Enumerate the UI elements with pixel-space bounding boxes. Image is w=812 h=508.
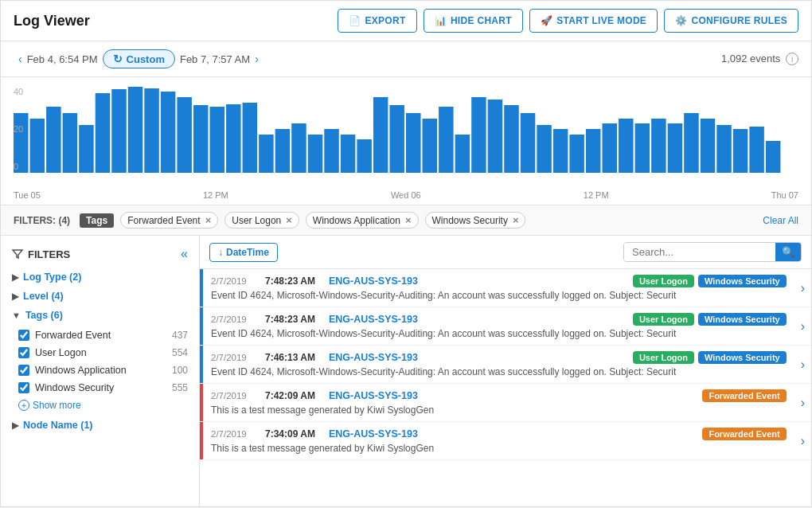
filter-chip-windows-app[interactable]: Windows Application ×	[306, 212, 419, 229]
user-logon-checkbox[interactable]	[18, 347, 29, 358]
svg-rect-33	[553, 129, 568, 173]
chevron-right-icon[interactable]: ›	[794, 384, 811, 421]
filter-chip-windows-security[interactable]: Windows Security ×	[425, 212, 526, 229]
svg-rect-26	[439, 107, 453, 173]
date-next-button[interactable]: ›	[250, 51, 264, 67]
svg-rect-32	[537, 125, 551, 173]
svg-rect-22	[373, 97, 388, 173]
svg-rect-19	[324, 129, 338, 173]
clear-all-button[interactable]: Clear All	[763, 215, 798, 226]
remove-windows-security-icon[interactable]: ×	[513, 214, 519, 226]
entry-message: This is a test message generated by Kiwi…	[211, 404, 736, 416]
user-logon-count: 554	[172, 347, 188, 358]
forwarded-event-count: 437	[172, 330, 188, 341]
tag-forwarded-event: Forwarded Event	[702, 389, 786, 402]
hide-chart-button[interactable]: 📊 HIDE CHART	[424, 9, 523, 33]
forwarded-event-checkbox[interactable]	[18, 330, 29, 341]
live-mode-button[interactable]: 🚀 START LIVE MODE	[529, 9, 658, 33]
filters-bar: FILTERS: (4) Tags Forwarded Event × User…	[1, 205, 811, 236]
export-button[interactable]: 📄 EXPORT	[338, 9, 416, 33]
svg-rect-2	[46, 107, 61, 173]
table-row[interactable]: 2/7/2019 7:34:09 AM ENG-AUS-SYS-193 Forw…	[200, 422, 811, 460]
configure-rules-button[interactable]: ⚙️ CONFIGURE RULES	[664, 9, 798, 33]
chart-icon: 📊	[435, 15, 447, 26]
tags-list: Forwarded Event 437 User Logon 554 Windo…	[1, 325, 199, 416]
entry-host: ENG-AUS-SYS-193	[329, 428, 418, 440]
date-range: Feb 4, 6:54 PM ↻ Custom Feb 7, 7:57 AM	[27, 49, 250, 68]
svg-rect-42	[701, 119, 715, 173]
sidebar-section-tags: ▼ Tags (6) Forwarded Event 437 User Logo…	[1, 306, 199, 416]
show-more-button[interactable]: + Show more	[1, 397, 199, 414]
svg-rect-46	[766, 141, 780, 173]
svg-rect-25	[423, 119, 437, 173]
log-list-header: ↓ DateTime 🔍	[200, 236, 811, 269]
svg-rect-21	[357, 139, 371, 173]
chevron-right-icon[interactable]: ›	[794, 269, 811, 307]
custom-badge[interactable]: ↻ Custom	[103, 49, 175, 68]
sidebar-section-log-type: ▶ Log Type (2)	[1, 268, 199, 287]
chevron-right-icon[interactable]: ›	[794, 346, 811, 383]
entry-time: 7:48:23 AM	[265, 275, 322, 287]
date-start: Feb 4, 6:54 PM	[27, 53, 98, 65]
entry-time: 7:34:09 AM	[265, 428, 322, 440]
level-label: Level (4)	[23, 291, 64, 302]
svg-rect-29	[488, 100, 502, 173]
entry-body: 2/7/2019 7:34:09 AM ENG-AUS-SYS-193 Forw…	[203, 422, 794, 459]
list-item: User Logon 554	[1, 344, 199, 361]
svg-rect-39	[651, 119, 666, 173]
windows-security-checkbox[interactable]	[18, 382, 29, 393]
remove-windows-app-icon[interactable]: ×	[405, 214, 412, 226]
table-row[interactable]: 2/7/2019 7:48:23 AM ENG-AUS-SYS-193 User…	[200, 307, 811, 346]
custom-label: Custom	[127, 53, 165, 65]
forwarded-event-tag-label: Forwarded Event	[35, 330, 166, 341]
search-input[interactable]	[624, 243, 775, 261]
svg-rect-30	[504, 105, 518, 173]
filter-icon	[12, 248, 23, 260]
entry-message: Event ID 4624, Microsoft-Windows-Securit…	[211, 328, 736, 339]
tag-user-logon: User Logon	[633, 313, 694, 326]
table-row[interactable]: 2/7/2019 7:46:13 AM ENG-AUS-SYS-193 User…	[200, 346, 811, 384]
remove-forwarded-icon[interactable]: ×	[205, 214, 212, 226]
events-count: 1,092 events i	[721, 53, 798, 66]
tag-user-logon: User Logon	[633, 275, 694, 287]
date-end: Feb 7, 7:57 AM	[180, 53, 250, 65]
svg-rect-10	[177, 97, 191, 173]
list-item: Windows Application 100	[1, 361, 199, 379]
entry-body: 2/7/2019 7:48:23 AM ENG-AUS-SYS-193 User…	[203, 269, 794, 307]
sidebar-section-node-name: ▶ Node Name (1)	[1, 416, 199, 435]
windows-app-checkbox[interactable]	[18, 365, 29, 376]
header-actions: 📄 EXPORT 📊 HIDE CHART 🚀 START LIVE MODE …	[338, 9, 798, 33]
search-button[interactable]: 🔍	[775, 243, 801, 261]
table-row[interactable]: 2/7/2019 7:42:09 AM ENG-AUS-SYS-193 Forw…	[200, 384, 811, 422]
svg-rect-4	[79, 125, 93, 173]
date-prev-button[interactable]: ‹	[14, 51, 27, 67]
table-row[interactable]: 2/7/2019 7:48:23 AM ENG-AUS-SYS-193 User…	[200, 269, 811, 307]
windows-security-tag-label: Windows Security	[35, 382, 166, 393]
entry-time: 7:42:09 AM	[265, 390, 322, 401]
svg-rect-3	[63, 113, 77, 173]
chevron-right-icon[interactable]: ›	[794, 307, 811, 345]
remove-user-logon-icon[interactable]: ×	[286, 214, 292, 226]
entry-tags: User Logon Windows Security	[633, 313, 787, 326]
log-list: ↓ DateTime 🔍 2/7/2019 7:48:23 AM ENG-AUS…	[200, 236, 811, 506]
sidebar-title: FILTERS	[12, 248, 70, 260]
tag-forwarded-event: Forwarded Event	[702, 428, 786, 440]
entry-date: 2/7/2019	[211, 315, 259, 324]
entry-host: ENG-AUS-SYS-193	[329, 314, 418, 325]
chevron-right-icon[interactable]: ›	[794, 422, 811, 459]
info-icon[interactable]: i	[786, 53, 798, 65]
tags-section-label: Tags (6)	[25, 310, 63, 321]
svg-rect-40	[668, 123, 682, 173]
sort-datetime-button[interactable]: ↓ DateTime	[209, 243, 278, 262]
windows-app-count: 100	[172, 365, 188, 376]
arrow-icon: ▶	[12, 420, 18, 431]
svg-rect-41	[684, 113, 698, 173]
sort-icon: ↓	[218, 247, 223, 258]
filter-chip-user-logon[interactable]: User Logon ×	[224, 212, 299, 229]
refresh-icon: ↻	[113, 53, 123, 65]
sidebar-collapse-button[interactable]: «	[181, 247, 188, 261]
filter-chip-forwarded[interactable]: Forwarded Event ×	[120, 212, 218, 229]
svg-rect-37	[619, 119, 633, 173]
svg-rect-16	[275, 129, 290, 173]
svg-rect-31	[521, 113, 535, 173]
